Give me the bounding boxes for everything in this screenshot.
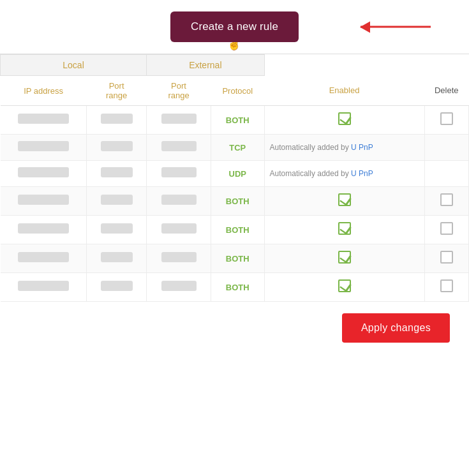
enabled-checkbox[interactable]: [338, 112, 351, 125]
group-header-row: Local External: [1, 55, 469, 76]
cell-delete[interactable]: [424, 273, 469, 302]
arrow-annotation: [361, 26, 431, 28]
delete-checkbox[interactable]: [440, 279, 453, 292]
enabled-checkbox[interactable]: [338, 222, 351, 235]
cell-enabled: Automatically added by U PnP: [264, 161, 424, 187]
apply-changes-button[interactable]: Apply changes: [342, 313, 450, 343]
cell-protocol: TCP: [211, 135, 264, 161]
upnp-text: Automatically added by U PnP: [270, 143, 419, 152]
col-header-row: IP address Portrange Portrange Protocol …: [1, 76, 469, 106]
cell-ip-address: [1, 216, 87, 244]
table-row: BOTH: [1, 216, 469, 244]
cell-local-port: [87, 161, 147, 187]
cell-protocol: BOTH: [211, 187, 264, 216]
cell-local-port: [87, 216, 147, 244]
col-protocol: Protocol: [211, 76, 264, 106]
delete-checkbox[interactable]: [440, 251, 453, 264]
cell-protocol: UDP: [211, 161, 264, 187]
cell-local-port: [87, 244, 147, 273]
table-body: BOTHTCPAutomatically added by U PnPUDPAu…: [1, 106, 469, 302]
cell-ip-address: [1, 273, 87, 302]
cell-enabled[interactable]: [264, 106, 424, 135]
apply-area: Apply changes: [0, 302, 469, 354]
cell-delete: [424, 135, 469, 161]
delete-checkbox[interactable]: [440, 222, 453, 235]
cell-protocol: BOTH: [211, 273, 264, 302]
external-group-header: External: [147, 55, 265, 76]
cell-enabled[interactable]: [264, 187, 424, 216]
cell-enabled[interactable]: [264, 216, 424, 244]
col-ext-port: Portrange: [147, 76, 211, 106]
cell-local-port: [87, 135, 147, 161]
cell-ip-address: [1, 161, 87, 187]
cell-delete[interactable]: [424, 216, 469, 244]
rules-table-wrapper: Local External IP address Portrange Port…: [0, 54, 469, 302]
table-row: BOTH: [1, 273, 469, 302]
rules-table: Local External IP address Portrange Port…: [0, 54, 469, 302]
cell-ext-port: [147, 273, 211, 302]
cell-protocol: BOTH: [211, 106, 264, 135]
table-row: TCPAutomatically added by U PnP: [1, 135, 469, 161]
local-group-header: Local: [1, 55, 147, 76]
col-delete: Delete: [424, 76, 469, 106]
delete-checkbox[interactable]: [440, 112, 453, 125]
cell-local-port: [87, 273, 147, 302]
arrow-head: [360, 21, 370, 33]
table-row: BOTH: [1, 244, 469, 273]
table-row: BOTH: [1, 187, 469, 216]
enabled-checkbox[interactable]: [338, 193, 351, 206]
upnp-text: Automatically added by U PnP: [270, 169, 419, 178]
cell-enabled[interactable]: [264, 273, 424, 302]
cell-enabled: Automatically added by U PnP: [264, 135, 424, 161]
cell-ext-port: [147, 216, 211, 244]
arrow-line: [361, 26, 431, 28]
cell-ip-address: [1, 106, 87, 135]
cell-ip-address: [1, 187, 87, 216]
table-row: BOTH: [1, 106, 469, 135]
cell-local-port: [87, 187, 147, 216]
cell-ip-address: [1, 135, 87, 161]
cell-delete[interactable]: [424, 244, 469, 273]
top-area: Create a new rule ☝: [0, 0, 469, 54]
table-row: UDPAutomatically added by U PnP: [1, 161, 469, 187]
col-enabled: Enabled: [264, 76, 424, 106]
enabled-checkbox[interactable]: [338, 251, 351, 264]
cell-ext-port: [147, 161, 211, 187]
cell-ext-port: [147, 244, 211, 273]
cell-delete[interactable]: [424, 187, 469, 216]
delete-checkbox[interactable]: [440, 193, 453, 206]
create-rule-button[interactable]: Create a new rule: [170, 11, 299, 42]
empty-header: [264, 55, 468, 76]
cell-protocol: BOTH: [211, 244, 264, 273]
cell-ext-port: [147, 187, 211, 216]
cell-delete: [424, 161, 469, 187]
cell-protocol: BOTH: [211, 216, 264, 244]
cell-ext-port: [147, 106, 211, 135]
cell-ip-address: [1, 244, 87, 273]
cell-delete[interactable]: [424, 106, 469, 135]
cell-enabled[interactable]: [264, 244, 424, 273]
enabled-checkbox[interactable]: [338, 279, 351, 292]
col-local-port: Portrange: [87, 76, 147, 106]
cell-ext-port: [147, 135, 211, 161]
cell-local-port: [87, 106, 147, 135]
col-ip-address: IP address: [1, 76, 87, 106]
